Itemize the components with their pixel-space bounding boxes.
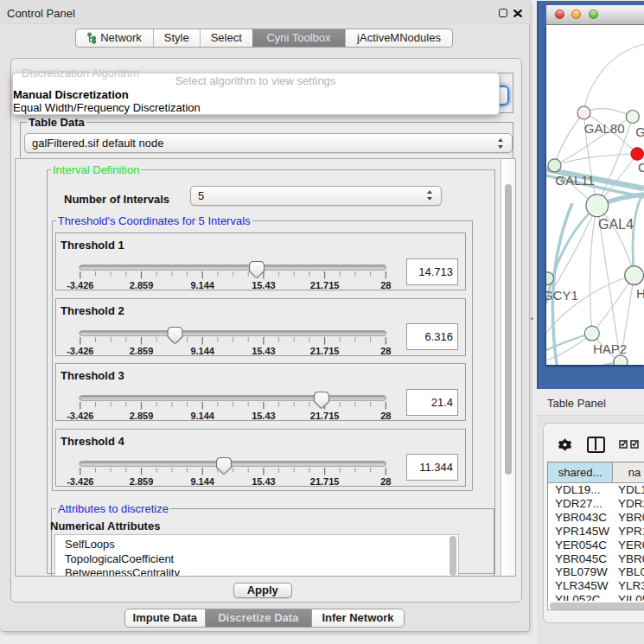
svg-text:2.859: 2.859 bbox=[130, 411, 154, 421]
svg-text:15.43: 15.43 bbox=[252, 411, 276, 421]
svg-text:28: 28 bbox=[380, 411, 391, 421]
svg-text:21.715: 21.715 bbox=[310, 280, 340, 290]
svg-text:GAL11: GAL11 bbox=[555, 173, 595, 188]
svg-text:GCY1: GCY1 bbox=[546, 288, 578, 303]
svg-text:GAL4: GAL4 bbox=[598, 217, 634, 232]
svg-text:9.144: 9.144 bbox=[190, 476, 214, 487]
svg-text:15.43: 15.43 bbox=[252, 280, 276, 290]
svg-text:-3.426: -3.426 bbox=[67, 346, 93, 356]
svg-text:-3.426: -3.426 bbox=[67, 411, 93, 421]
svg-text:9.144: 9.144 bbox=[190, 280, 214, 290]
svg-text:28: 28 bbox=[380, 280, 391, 290]
svg-text:15.43: 15.43 bbox=[252, 476, 276, 487]
svg-text:2.859: 2.859 bbox=[130, 280, 154, 290]
svg-text:-3.426: -3.426 bbox=[67, 280, 93, 290]
svg-text:9.144: 9.144 bbox=[190, 411, 214, 421]
svg-text:GAL80: GAL80 bbox=[584, 121, 625, 136]
svg-text:2.859: 2.859 bbox=[130, 346, 154, 356]
svg-text:21.715: 21.715 bbox=[310, 346, 340, 356]
svg-text:21.715: 21.715 bbox=[310, 411, 340, 421]
svg-text:2.859: 2.859 bbox=[130, 476, 154, 487]
svg-text:28: 28 bbox=[380, 346, 391, 356]
svg-text:21.715: 21.715 bbox=[310, 476, 340, 487]
svg-text:28: 28 bbox=[380, 476, 391, 487]
svg-text:HAP2: HAP2 bbox=[593, 341, 627, 356]
svg-text:9.144: 9.144 bbox=[190, 346, 214, 356]
svg-text:CRP1: CRP1 bbox=[638, 160, 644, 175]
svg-text:15.43: 15.43 bbox=[252, 346, 276, 356]
svg-text:-3.426: -3.426 bbox=[67, 476, 93, 487]
svg-text:GAL3: GAL3 bbox=[635, 124, 644, 139]
svg-text:HIS4: HIS4 bbox=[636, 286, 644, 301]
